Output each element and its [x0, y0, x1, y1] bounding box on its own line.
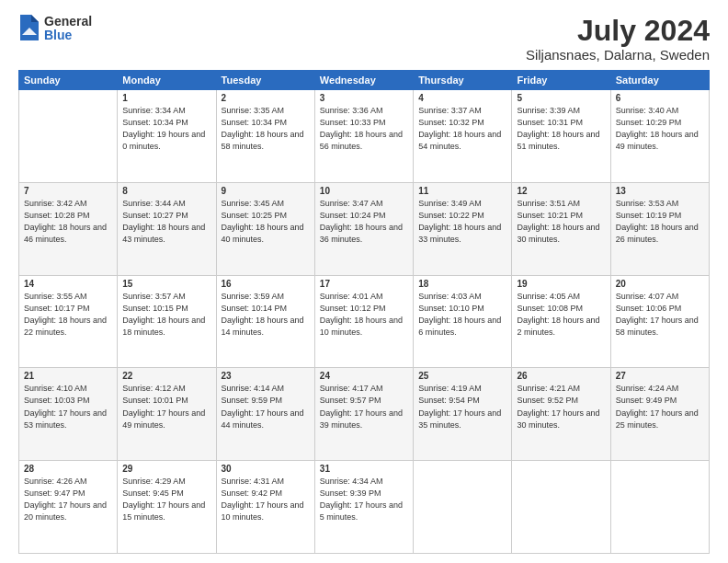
- header-monday: Monday: [118, 71, 216, 90]
- week-row-2: 7 Sunrise: 3:42 AM Sunset: 10:28 PM Dayl…: [19, 182, 710, 275]
- calendar-cell: [19, 90, 118, 183]
- day-number: 19: [517, 279, 605, 289]
- sunset-text: Sunset: 10:34 PM: [122, 118, 188, 127]
- sunset-text: Sunset: 10:27 PM: [122, 211, 188, 220]
- day-info: Sunrise: 3:35 AM Sunset: 10:34 PM Daylig…: [222, 105, 310, 153]
- day-info: Sunrise: 4:10 AM Sunset: 10:03 PM Daylig…: [24, 383, 112, 431]
- day-info: Sunrise: 3:57 AM Sunset: 10:15 PM Daylig…: [122, 291, 210, 339]
- sunrise-text: Sunrise: 3:49 AM: [418, 199, 482, 208]
- daylight-text: Daylight: 18 hours and 14 minutes.: [222, 316, 304, 337]
- sunset-text: Sunset: 10:34 PM: [222, 118, 288, 127]
- calendar-cell: [610, 461, 709, 554]
- day-number: 20: [616, 279, 704, 289]
- logo: General Blue: [18, 15, 92, 43]
- day-number: 8: [122, 186, 210, 196]
- sunrise-text: Sunrise: 4:29 AM: [122, 477, 186, 486]
- calendar-cell: 29 Sunrise: 4:29 AM Sunset: 9:45 PM Dayl…: [118, 461, 216, 554]
- day-info: Sunrise: 3:49 AM Sunset: 10:22 PM Daylig…: [418, 198, 506, 246]
- day-number: 26: [517, 371, 605, 381]
- sunrise-text: Sunrise: 3:47 AM: [320, 199, 383, 208]
- day-number: 31: [320, 464, 408, 474]
- sunset-text: Sunset: 10:25 PM: [222, 211, 288, 220]
- sunrise-text: Sunrise: 4:21 AM: [517, 384, 580, 393]
- sunrise-text: Sunrise: 3:37 AM: [418, 106, 482, 115]
- sunrise-text: Sunrise: 4:07 AM: [616, 292, 679, 301]
- day-info: Sunrise: 3:40 AM Sunset: 10:29 PM Daylig…: [616, 105, 704, 153]
- day-number: 7: [24, 186, 112, 196]
- daylight-text: Daylight: 18 hours and 33 minutes.: [418, 223, 501, 244]
- sunrise-text: Sunrise: 4:14 AM: [222, 384, 285, 393]
- daylight-text: Daylight: 18 hours and 49 minutes.: [616, 130, 699, 151]
- calendar-cell: 13 Sunrise: 3:53 AM Sunset: 10:19 PM Day…: [610, 182, 709, 275]
- calendar-cell: 12 Sunrise: 3:51 AM Sunset: 10:21 PM Day…: [512, 182, 610, 275]
- sunrise-text: Sunrise: 3:44 AM: [122, 199, 186, 208]
- day-info: Sunrise: 4:29 AM Sunset: 9:45 PM Dayligh…: [122, 476, 210, 523]
- day-info: Sunrise: 4:01 AM Sunset: 10:12 PM Daylig…: [320, 291, 408, 339]
- day-info: Sunrise: 3:55 AM Sunset: 10:17 PM Daylig…: [24, 291, 112, 339]
- daylight-text: Daylight: 18 hours and 36 minutes.: [320, 223, 403, 244]
- day-number: 9: [222, 186, 310, 196]
- daylight-text: Daylight: 18 hours and 6 minutes.: [418, 316, 501, 337]
- calendar-page: General Blue July 2024 Siljansnaes, Dala…: [0, 0, 728, 563]
- daylight-text: Daylight: 17 hours and 49 minutes.: [122, 408, 205, 430]
- sunset-text: Sunset: 9:42 PM: [222, 488, 283, 498]
- svg-marker-1: [31, 15, 39, 22]
- day-number: 23: [222, 371, 310, 381]
- day-number: 17: [320, 279, 408, 289]
- sunrise-text: Sunrise: 3:51 AM: [517, 199, 580, 208]
- sunset-text: Sunset: 9:45 PM: [122, 488, 184, 498]
- daylight-text: Daylight: 18 hours and 10 minutes.: [320, 316, 403, 337]
- main-title: July 2024: [526, 15, 710, 47]
- sunrise-text: Sunrise: 4:01 AM: [320, 292, 383, 301]
- sunset-text: Sunset: 10:15 PM: [122, 304, 188, 313]
- sunset-text: Sunset: 10:08 PM: [517, 304, 583, 313]
- day-number: 28: [24, 464, 112, 474]
- sunset-text: Sunset: 9:54 PM: [418, 396, 480, 405]
- daylight-text: Daylight: 18 hours and 58 minutes.: [222, 130, 304, 151]
- daylight-text: Daylight: 17 hours and 58 minutes.: [616, 316, 699, 337]
- daylight-text: Daylight: 17 hours and 25 minutes.: [616, 408, 699, 430]
- sunset-text: Sunset: 10:28 PM: [24, 211, 90, 220]
- day-number: 13: [616, 186, 704, 196]
- day-number: 24: [320, 371, 408, 381]
- day-info: Sunrise: 4:34 AM Sunset: 9:39 PM Dayligh…: [320, 476, 408, 523]
- title-block: July 2024 Siljansnaes, Dalarna, Sweden: [526, 15, 710, 63]
- sunrise-text: Sunrise: 3:35 AM: [222, 106, 285, 115]
- day-number: 12: [517, 186, 605, 196]
- sunrise-text: Sunrise: 3:45 AM: [222, 199, 285, 208]
- daylight-text: Daylight: 17 hours and 30 minutes.: [517, 408, 599, 430]
- daylight-text: Daylight: 18 hours and 56 minutes.: [320, 130, 403, 151]
- sunrise-text: Sunrise: 3:34 AM: [122, 106, 186, 115]
- sunset-text: Sunset: 10:06 PM: [616, 304, 682, 313]
- sunrise-text: Sunrise: 3:42 AM: [24, 199, 87, 208]
- sunset-text: Sunset: 10:21 PM: [517, 211, 583, 220]
- logo-icon: [18, 15, 40, 42]
- day-info: Sunrise: 3:53 AM Sunset: 10:19 PM Daylig…: [616, 198, 704, 246]
- sunrise-text: Sunrise: 4:34 AM: [320, 477, 383, 486]
- sunrise-text: Sunrise: 4:10 AM: [24, 384, 87, 393]
- logo-general-text: General: [44, 15, 92, 29]
- day-number: 3: [320, 93, 408, 103]
- sunrise-text: Sunrise: 4:31 AM: [222, 477, 285, 486]
- sunset-text: Sunset: 9:49 PM: [616, 396, 677, 405]
- logo-text: General Blue: [44, 15, 92, 43]
- daylight-text: Daylight: 17 hours and 39 minutes.: [320, 408, 403, 430]
- sunset-text: Sunset: 10:17 PM: [24, 304, 90, 313]
- sunrise-text: Sunrise: 3:55 AM: [24, 292, 87, 301]
- day-info: Sunrise: 3:51 AM Sunset: 10:21 PM Daylig…: [517, 198, 605, 246]
- calendar-cell: [414, 461, 512, 554]
- day-number: 6: [616, 93, 704, 103]
- day-info: Sunrise: 4:12 AM Sunset: 10:01 PM Daylig…: [122, 383, 210, 431]
- calendar-cell: 14 Sunrise: 3:55 AM Sunset: 10:17 PM Day…: [19, 275, 118, 368]
- calendar-cell: 6 Sunrise: 3:40 AM Sunset: 10:29 PM Dayl…: [610, 90, 709, 183]
- day-number: 5: [517, 93, 605, 103]
- day-info: Sunrise: 4:31 AM Sunset: 9:42 PM Dayligh…: [222, 476, 310, 523]
- header-wednesday: Wednesday: [314, 71, 413, 90]
- calendar-cell: 15 Sunrise: 3:57 AM Sunset: 10:15 PM Day…: [118, 275, 216, 368]
- sunrise-text: Sunrise: 3:39 AM: [517, 106, 580, 115]
- week-row-3: 14 Sunrise: 3:55 AM Sunset: 10:17 PM Day…: [19, 275, 710, 368]
- calendar-cell: 3 Sunrise: 3:36 AM Sunset: 10:33 PM Dayl…: [314, 90, 413, 183]
- sunset-text: Sunset: 10:01 PM: [122, 396, 188, 405]
- sunset-text: Sunset: 10:03 PM: [24, 396, 90, 405]
- day-number: 15: [122, 279, 210, 289]
